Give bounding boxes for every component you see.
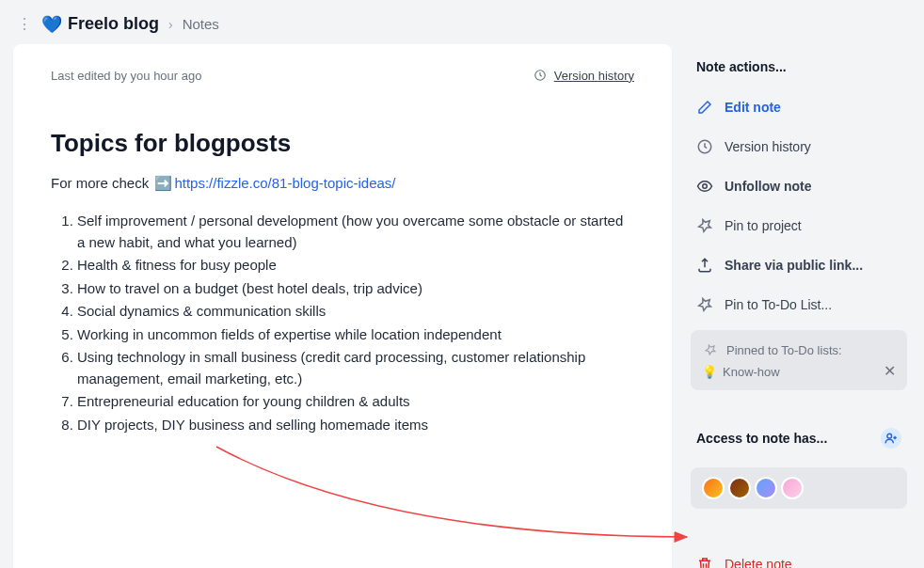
pencil-icon <box>696 99 713 116</box>
pin-icon <box>696 296 713 313</box>
bulb-emoji: 💡 <box>702 365 717 379</box>
kebab-menu-icon[interactable]: ⋮ <box>13 13 36 35</box>
clock-icon <box>532 67 549 84</box>
share-icon <box>696 257 713 274</box>
close-icon[interactable]: ✕ <box>884 364 896 379</box>
list-item: Health & fitness for busy people <box>77 255 634 276</box>
topics-list: Self improvement / personal development … <box>51 211 634 435</box>
unfollow-note-label: Unfollow note <box>725 179 812 194</box>
version-history-label: Version history <box>725 139 811 154</box>
note-title: Topics for blogposts <box>51 129 634 158</box>
arrow-emoji: ➡️ <box>154 175 172 191</box>
list-item: Social dynamics & communication skills <box>77 301 634 323</box>
project-emoji: 💙 <box>41 14 62 35</box>
pin-icon <box>696 217 713 234</box>
svg-point-2 <box>703 184 708 189</box>
trash-icon <box>696 556 713 568</box>
project-title[interactable]: Freelo blog <box>68 14 159 34</box>
list-item: DIY projects, DIY business and selling h… <box>77 415 634 436</box>
avatars-box <box>691 467 907 509</box>
share-public-label: Share via public link... <box>725 258 863 273</box>
pinned-box: Pinned to To-Do lists: 💡 Know-how ✕ <box>691 330 907 390</box>
breadcrumb: ⋮ 💙 Freelo blog › Notes <box>0 0 924 44</box>
pin-to-todo-label: Pin to To-Do List... <box>725 297 832 312</box>
note-actions-title: Note actions... <box>691 44 907 86</box>
external-link[interactable]: https://fizzle.co/81-blog-topic-ideas/ <box>174 175 395 191</box>
list-item: Working in uncommon fields of expertise … <box>77 324 634 346</box>
avatar[interactable] <box>702 477 725 499</box>
list-item: Entrepreneurial education for young chil… <box>77 391 634 413</box>
pin-icon <box>702 341 719 358</box>
version-history-label: Version history <box>554 69 634 83</box>
breadcrumb-separator: › <box>168 17 173 32</box>
clock-icon <box>696 138 713 155</box>
pin-to-project-action[interactable]: Pin to project <box>691 208 907 244</box>
note-card: Last edited by you hour ago Version hist… <box>13 44 672 568</box>
pin-to-project-label: Pin to project <box>725 218 802 233</box>
avatar[interactable] <box>781 477 804 499</box>
delete-note-action[interactable]: Delete note <box>691 546 907 568</box>
pinned-item-name: Know-how <box>723 365 780 379</box>
delete-note-label: Delete note <box>725 557 792 568</box>
list-item: Using technology in small business (cred… <box>77 347 634 389</box>
eye-icon <box>696 178 713 195</box>
pin-to-todo-action[interactable]: Pin to To-Do List... <box>691 287 907 323</box>
add-user-button[interactable] <box>881 428 901 449</box>
list-item: How to travel on a budget (best hotel de… <box>77 278 634 300</box>
pinned-item[interactable]: 💡 Know-how <box>702 365 780 379</box>
access-title: Access to note has... <box>696 431 827 446</box>
access-title-row: Access to note has... <box>691 413 907 460</box>
share-public-action[interactable]: Share via public link... <box>691 247 907 283</box>
avatar[interactable] <box>755 477 777 499</box>
list-item: Self improvement / personal development … <box>77 211 634 253</box>
svg-point-3 <box>887 434 892 438</box>
note-intro: For more check ➡️https://fizzle.co/81-bl… <box>51 175 634 192</box>
last-edited-text: Last edited by you hour ago <box>51 69 201 83</box>
version-history-link[interactable]: Version history <box>532 67 634 84</box>
avatar[interactable] <box>728 477 751 499</box>
sidebar: Note actions... Edit note Version histor… <box>691 44 907 568</box>
pinned-label: Pinned to To-Do lists: <box>726 343 842 357</box>
unfollow-note-action[interactable]: Unfollow note <box>691 168 907 204</box>
version-history-action[interactable]: Version history <box>691 129 907 165</box>
breadcrumb-notes[interactable]: Notes <box>183 16 219 32</box>
edit-note-label: Edit note <box>725 100 781 115</box>
edit-note-action[interactable]: Edit note <box>691 89 907 125</box>
